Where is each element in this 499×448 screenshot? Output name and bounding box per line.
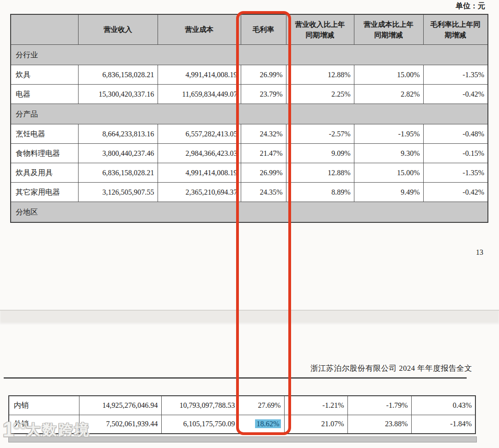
cell-margin-change: -0.48% [423, 124, 488, 144]
cell-cost: 4,991,414,008.19 [158, 163, 241, 183]
cell-cost: 10,793,097,788.53 [161, 396, 238, 415]
header-cost: 营业成本 [158, 14, 241, 45]
cell-revenue-change: 12.88% [286, 65, 354, 85]
document-page: 单位：元 营业收入 营业成本 毛利率 营业收入比上年 同期增减 营业成本比上年 … [0, 0, 499, 448]
cell-revenue-change: 21.07% [284, 415, 347, 434]
cell-margin: 18.62% [238, 415, 284, 434]
cell-margin: 21.47% [241, 144, 286, 163]
table-row-appliances: 电器 15,300,420,337.16 11,659,834,449.07 2… [11, 85, 488, 104]
unit-label: 单位：元 [456, 1, 485, 11]
cell-margin-change: -0.42% [423, 183, 488, 202]
cell-revenue: 15,300,420,337.16 [78, 85, 158, 104]
table-row-cookware-utensils: 炊具及用具 6,836,158,028.21 4,991,414,008.19 … [11, 163, 488, 183]
header-cost-yoy: 营业成本比上年 同期增减 [354, 14, 423, 45]
cell-cost-change: 15.00% [354, 163, 423, 183]
watermark-brand-text: 大数跨境 [26, 423, 91, 438]
watermark: 1 大数跨境 [3, 421, 91, 438]
table-row-cookware: 炊具 6,836,158,028.21 4,991,414,008.19 26.… [11, 65, 488, 85]
cell-margin-change: -1.35% [423, 163, 488, 183]
table-row-food-prep-appliances: 食物料理电器 3,800,440,237.46 2,984,366,423.03… [11, 144, 488, 163]
cell-margin: 27.69% [238, 396, 284, 415]
row-label: 电器 [11, 85, 78, 104]
cell-cost-change: 9.49% [354, 183, 423, 202]
row-label: 内销 [9, 396, 79, 415]
cell-revenue: 14,925,276,046.94 [79, 396, 161, 415]
cell-cost: 11,659,834,449.07 [158, 85, 241, 104]
cell-revenue-change: 2.25% [286, 85, 354, 104]
table-row-domestic-sales: 内销 14,925,276,046.94 10,793,097,788.53 2… [9, 396, 475, 415]
cell-margin-change: -1.84% [411, 415, 475, 434]
selection-highlight[interactable]: 18.62% [255, 419, 280, 428]
row-label: 食物料理电器 [11, 144, 78, 163]
cell-cost-change: -1.95% [354, 124, 423, 144]
page-number: 13 [476, 248, 483, 257]
section-row-by-industry: 分行业 [11, 45, 488, 65]
table-header-row: 营业收入 营业成本 毛利率 营业收入比上年 同期增减 营业成本比上年 同期增减 … [11, 14, 488, 45]
table-row-other-household-appliances: 其它家用电器 3,126,505,907.55 2,365,210,694.37… [11, 183, 488, 202]
row-label: 炊具 [11, 65, 78, 85]
cell-margin-change: -0.15% [423, 144, 488, 163]
cell-cost-change: -1.79% [347, 396, 411, 415]
section-row-by-product: 分产品 [11, 104, 488, 124]
cell-cost: 2,984,366,423.03 [158, 144, 241, 163]
segment-margin-table: 营业收入 营业成本 毛利率 营业收入比上年 同期增减 营业成本比上年 同期增减 … [10, 14, 488, 223]
cell-revenue-change: -1.21% [284, 396, 347, 415]
cell-revenue: 3,126,505,907.55 [78, 183, 158, 202]
header-rule-line [4, 377, 467, 379]
cell-cost-change: 2.82% [354, 85, 423, 104]
section-label: 分产品 [11, 104, 488, 124]
cell-margin: 23.79% [241, 85, 286, 104]
header-empty-cell [11, 14, 78, 45]
cell-margin: 24.32% [241, 124, 286, 144]
page-separator-band [0, 310, 499, 325]
cell-cost: 4,991,414,008.19 [158, 65, 241, 85]
cell-revenue: 6,836,158,028.21 [78, 163, 158, 183]
header-revenue: 营业收入 [78, 14, 158, 45]
cell-margin-change: 0.43% [411, 396, 475, 415]
cell-margin: 24.35% [241, 183, 286, 202]
table-row-cooking-appliances: 烹饪电器 8,664,233,813.16 6,557,282,413.05 2… [11, 124, 488, 144]
cell-cost: 6,105,175,750.09 [161, 415, 238, 434]
cell-cost-change: 15.00% [354, 65, 423, 85]
section-label: 分地区 [11, 202, 488, 223]
cell-revenue-change: 9.09% [286, 144, 354, 163]
row-label: 其它家用电器 [11, 183, 78, 202]
cell-cost: 6,557,282,413.05 [158, 124, 241, 144]
cell-margin: 26.99% [241, 65, 286, 85]
header-revenue-yoy: 营业收入比上年 同期增减 [286, 14, 354, 45]
report-title: 浙江苏泊尔股份有限公司 2024 年年度报告全文 [310, 363, 472, 374]
watermark-logo-icon: 1 [3, 421, 26, 438]
cell-revenue-change: -2.57% [286, 124, 354, 144]
row-label: 炊具及用具 [11, 163, 78, 183]
cell-revenue: 6,836,158,028.21 [78, 65, 158, 85]
cell-revenue: 8,664,233,813.16 [78, 124, 158, 144]
cell-cost: 2,365,210,694.37 [158, 183, 241, 202]
cell-revenue-change: 8.89% [286, 183, 354, 202]
row-label: 烹饪电器 [11, 124, 78, 144]
cell-revenue: 3,800,440,237.46 [78, 144, 158, 163]
cell-revenue: 7,502,061,939.44 [79, 415, 161, 434]
section-label: 分行业 [11, 45, 488, 65]
cell-cost-change: 23.88% [347, 415, 411, 434]
cell-revenue-change: 12.88% [286, 163, 354, 183]
header-gross-margin: 毛利率 [241, 14, 286, 45]
cell-cost-change: 9.30% [354, 144, 423, 163]
cell-margin-change: -1.35% [423, 65, 488, 85]
header-margin-yoy: 毛利率比上年同 期增减 [423, 14, 488, 45]
cell-margin: 26.99% [241, 163, 286, 183]
cell-margin-change: -0.42% [423, 85, 488, 104]
section-row-by-region: 分地区 [11, 202, 488, 223]
